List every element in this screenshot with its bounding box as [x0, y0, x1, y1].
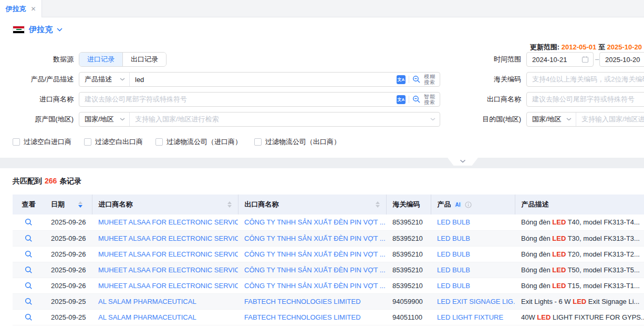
destination-country-label: 目的国(地区)	[450, 112, 521, 127]
column-header-date[interactable]: 日期	[45, 195, 92, 214]
description-text: T20, model FK313-T2...	[566, 250, 640, 258]
view-record-button[interactable]	[13, 247, 45, 262]
origin-country-select[interactable]: 国家/地区	[79, 113, 130, 126]
description-cell: 40W LED LIGHT FIXTURE FOR GYPS...	[515, 309, 644, 325]
collapse-panel-button[interactable]	[448, 158, 478, 166]
checkbox-icon[interactable]	[84, 138, 91, 146]
exporter-input[interactable]: 建议去除公司尾部字符或特殊符号	[527, 95, 644, 104]
view-record-button[interactable]	[13, 278, 45, 293]
exporter-link[interactable]: FABTECH TECHNOLOGIES LIMITED	[244, 298, 361, 305]
exporter-link[interactable]: CÔNG TY TNHH SẢN XUẤT ĐÈN PIN VỢT ...	[244, 250, 386, 258]
importer-cell: MUHEET ALSAA FOR ELECTRONIC SERVICE...	[92, 246, 238, 262]
info-icon[interactable]	[465, 201, 472, 208]
view-cell	[13, 278, 45, 293]
hs-code-cell: 94051100	[386, 309, 431, 325]
checkbox-filter-blank-importer[interactable]: 过滤空白进口商	[13, 137, 71, 147]
product-link[interactable]: LED BULB	[437, 234, 470, 242]
column-header-importer[interactable]: 进口商名称	[92, 195, 238, 214]
product-cell: LED LIGHT FIXTURE	[431, 309, 515, 325]
date-start-field[interactable]: 2024-10-21	[526, 52, 594, 67]
destination-country-select[interactable]: 国家/地区	[527, 113, 576, 126]
match-count: 266	[45, 177, 57, 185]
checkbox-icon[interactable]	[13, 138, 20, 146]
divider	[409, 76, 409, 83]
update-range-to: 至	[598, 43, 605, 51]
importer-link[interactable]: MUHEET ALSAA FOR ELECTRONIC SERVICE...	[98, 234, 238, 242]
checkbox-filter-logistics-importer[interactable]: 过滤物流公司（进口商）	[155, 137, 242, 147]
product-link[interactable]: LED LIGHT FIXTURE	[437, 313, 503, 321]
tab-title: 伊拉克	[5, 4, 26, 14]
checkbox-icon[interactable]	[254, 138, 262, 146]
view-record-button[interactable]	[13, 262, 45, 278]
view-record-button[interactable]	[13, 294, 45, 309]
tab-import-records[interactable]: 进口记录	[79, 53, 123, 66]
importer-link[interactable]: AL SALAM PHARMACEUTICAL	[98, 313, 196, 321]
hs-code-cell: 85395210	[386, 278, 431, 293]
view-record-button[interactable]	[13, 310, 45, 325]
translate-icon[interactable]: 文A	[397, 95, 406, 104]
sort-icon-importer[interactable]	[227, 201, 232, 208]
exporter-link[interactable]: CÔNG TY TNHH SẢN XUẤT ĐÈN PIN VỢT ...	[244, 266, 386, 274]
product-link[interactable]: LED BULB	[437, 266, 470, 274]
product-link[interactable]: LED BULB	[437, 218, 470, 226]
description-text: Bóng đèn	[521, 250, 552, 258]
importer-cell: AL SALAM PHARMACEUTICAL	[92, 293, 238, 309]
checkbox-icon[interactable]	[155, 138, 163, 146]
product-search-input[interactable]: led	[130, 76, 394, 84]
destination-country-select-value: 国家/地区	[532, 115, 562, 124]
description-text: Bóng đèn	[521, 266, 552, 274]
checkbox-label: 过滤空白进口商	[24, 137, 71, 147]
table-row: 2025-09-26 MUHEET ALSAA FOR ELECTRONIC S…	[13, 246, 644, 262]
tab-iraq[interactable]: 伊拉克 ✕	[0, 0, 42, 17]
hs-code-input[interactable]: 支持4位以上海关编码，或2位海关编码加	[527, 75, 644, 84]
importer-link[interactable]: MUHEET ALSAA FOR ELECTRONIC SERVICE...	[98, 218, 238, 226]
product-link[interactable]: LED BULB	[437, 250, 470, 258]
date-end-field[interactable]: 2025-10-20	[599, 52, 644, 67]
importer-input[interactable]: 建议去除公司尾部字符或特殊符号	[79, 95, 394, 104]
sort-icon-exporter[interactable]	[376, 201, 380, 208]
records-table: 查看 日期 进口商名称	[13, 195, 644, 325]
importer-link[interactable]: MUHEET ALSAA FOR ELECTRONIC SERVICE...	[98, 282, 238, 290]
product-link[interactable]: LED EXIT SIGNAGE LIG...	[437, 298, 515, 305]
importer-link[interactable]: AL SALAM PHARMACEUTICAL	[98, 298, 196, 305]
description-cell: Bóng đèn LED T20, model FK313-T2...	[515, 246, 644, 262]
hs-code-field[interactable]: 支持4位以上海关编码，或2位海关编码加	[526, 72, 644, 87]
data-source-switch: 进口记录 出口记录	[79, 52, 167, 67]
chevron-down-icon[interactable]	[430, 118, 435, 121]
exporter-field[interactable]: 建议去除公司尾部字符或特殊符号	[526, 92, 644, 107]
exporter-cell: CÔNG TY TNHH SẢN XUẤT ĐÈN PIN VỢT ...	[238, 230, 386, 246]
importer-link[interactable]: MUHEET ALSAA FOR ELECTRONIC SERVICE...	[98, 266, 238, 274]
date-end-value: 2025-10-20	[600, 56, 644, 64]
checkbox-label: 过滤空白出口商	[95, 137, 143, 147]
chevron-down-icon	[566, 118, 572, 121]
fuzzy-search-label[interactable]: 模糊搜索	[424, 74, 435, 85]
close-icon[interactable]: ✕	[30, 5, 36, 13]
product-label: 产品/产品描述	[0, 72, 74, 87]
destination-country-group: 国家/地区 支持输入国家/地区进行检索	[526, 112, 644, 127]
origin-country-input[interactable]: 支持输入国家/地区进行检索	[130, 115, 428, 124]
exporter-link[interactable]: FABTECH TECHNOLOGIES LIMITED	[244, 313, 361, 321]
country-selector[interactable]: 伊拉克	[13, 25, 63, 35]
translate-icon[interactable]: 文A	[397, 75, 406, 84]
destination-country-input[interactable]: 支持输入国家/地区进行检索	[576, 115, 644, 124]
smart-search-icon[interactable]	[412, 95, 421, 104]
product-link[interactable]: LED BULB	[437, 282, 470, 290]
product-type-select[interactable]: 产品描述	[79, 73, 130, 86]
tab-export-records[interactable]: 出口记录	[123, 53, 166, 66]
view-record-button[interactable]	[13, 214, 45, 230]
exporter-link[interactable]: CÔNG TY TNHH SẢN XUẤT ĐÈN PIN VỢT ...	[244, 234, 386, 242]
magnifier-icon	[25, 266, 33, 274]
exporter-link[interactable]: CÔNG TY TNHH SẢN XUẤT ĐÈN PIN VỢT ...	[244, 282, 386, 290]
exporter-cell: CÔNG TY TNHH SẢN XUẤT ĐÈN PIN VỢT ...	[238, 278, 386, 293]
fuzzy-search-icon[interactable]	[412, 75, 421, 84]
sort-icon-date[interactable]	[78, 201, 82, 208]
column-header-exporter[interactable]: 出口商名称	[238, 195, 386, 214]
importer-link[interactable]: MUHEET ALSAA FOR ELECTRONIC SERVICE...	[98, 250, 238, 258]
smart-search-label[interactable]: 智能搜索	[424, 94, 435, 105]
checkbox-filter-logistics-exporter[interactable]: 过滤物流公司（出口商）	[254, 137, 340, 147]
view-record-button[interactable]	[13, 231, 45, 246]
magnifier-icon	[25, 234, 33, 242]
checkbox-filter-blank-exporter[interactable]: 过滤空白出口商	[84, 137, 143, 147]
column-header-view: 查看	[13, 195, 45, 214]
exporter-link[interactable]: CÔNG TY TNHH SẢN XUẤT ĐÈN PIN VỢT ...	[244, 218, 386, 226]
